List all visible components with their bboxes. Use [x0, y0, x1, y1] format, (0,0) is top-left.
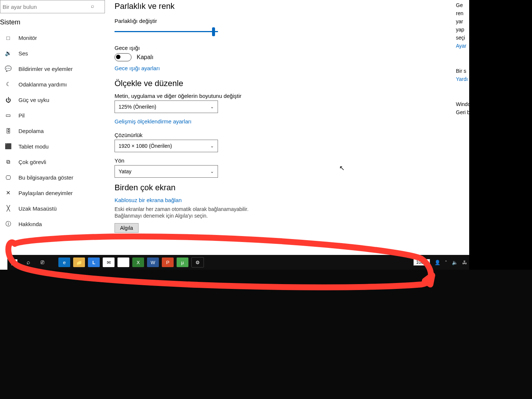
sidebar-item-monitor[interactable]: □Monitör: [0, 30, 102, 45]
sidebar-item-about[interactable]: ⓘHakkında: [0, 216, 102, 232]
folder-icon: 📁: [76, 260, 82, 265]
toggle-knob: [116, 55, 120, 59]
chevron-down-icon: ⌄: [210, 169, 214, 174]
taskbar-app-settings[interactable]: ⚙: [191, 257, 204, 267]
brightness-slider[interactable]: [115, 26, 218, 37]
tray-people-icon[interactable]: 👤: [434, 260, 440, 265]
sidebar-item-label: Paylaşılan deneyimler: [18, 190, 73, 196]
sidebar-item-shared[interactable]: ✕Paylaşılan deneyimler: [0, 185, 102, 201]
start-button[interactable]: [7, 255, 21, 270]
label-scale: Metin, uygulama ve diğer öğelerin boyutu…: [115, 93, 458, 99]
search-icon: ⌕: [27, 259, 30, 266]
settings-window: ⌕ Sistem □Monitör 🔉Ses 💬Bildirimler ve e…: [0, 0, 469, 270]
resolution-combobox[interactable]: 1920 × 1080 (Önerilen) ⌄: [115, 140, 218, 152]
sidebar-item-label: Bu bilgisayarda göster: [18, 174, 73, 181]
slider-thumb[interactable]: [212, 27, 215, 36]
sidebar-item-power[interactable]: ⏻Güç ve uyku: [0, 92, 102, 108]
taskbar-app-utorrent[interactable]: µ: [177, 258, 188, 267]
combo-value: 125% (Önerilen): [119, 104, 156, 110]
help-text: ren: [456, 10, 469, 16]
help-link[interactable]: Yardı: [456, 76, 469, 82]
section-heading-scale: Ölçekle ve düzenle: [115, 79, 458, 88]
label-resolution: Çözünürlük: [115, 132, 458, 138]
taskbar-app-l[interactable]: L: [88, 258, 100, 267]
help-panel: Ge ren yar yap seçi Ayar Bir s Yardı Win…: [456, 0, 469, 255]
sidebar-item-notifications[interactable]: 💬Bildirimler ve eylemler: [0, 61, 102, 76]
taskbar-search[interactable]: ⌕: [21, 255, 35, 270]
help-link[interactable]: Ayar: [456, 43, 469, 49]
taskbar-app-powerpoint[interactable]: P: [162, 258, 174, 267]
notifications-icon: 💬: [4, 65, 12, 72]
sidebar-item-tablet[interactable]: ⬛Tablet modu: [0, 139, 102, 154]
link-nightlight-settings[interactable]: Gece ışığı ayarları: [115, 65, 458, 71]
sidebar-item-battery[interactable]: ▭Pil: [0, 108, 102, 123]
cursor-icon: ↖: [339, 164, 345, 172]
taskbar-app-chrome[interactable]: ◎: [117, 258, 129, 267]
taskbar-app-excel[interactable]: X: [132, 258, 144, 267]
system-tray: 100% 👤 ˄ 🔈 🖧: [411, 259, 469, 266]
combo-value: Yatay: [119, 168, 132, 174]
sidebar-item-label: Tablet modu: [18, 143, 49, 150]
sidebar-item-label: Çok görevli: [18, 159, 46, 165]
nightlight-state: Kapalı: [137, 54, 153, 61]
task-view[interactable]: ⎚: [35, 255, 50, 270]
sidebar-item-label: Monitör: [18, 35, 37, 41]
link-wireless-display[interactable]: Kablosuz bir ekrana bağlan: [115, 197, 458, 203]
project-icon: 🖵: [4, 174, 12, 181]
battery-icon: ▭: [4, 112, 12, 119]
tray-volume-icon[interactable]: 🔈: [452, 260, 458, 265]
combo-value: 1920 × 1080 (Önerilen): [119, 143, 172, 149]
scale-combobox[interactable]: 125% (Önerilen) ⌄: [115, 100, 218, 113]
sidebar-item-remote[interactable]: ╳Uzak Masaüstü: [0, 201, 102, 216]
edge-icon: e: [63, 260, 65, 265]
sidebar-item-label: Hakkında: [18, 221, 42, 227]
svg-rect-3: [15, 263, 17, 265]
svg-rect-0: [11, 259, 14, 262]
sidebar-item-sound[interactable]: 🔉Ses: [0, 45, 102, 61]
nightlight-toggle[interactable]: [115, 53, 132, 61]
hint-text: Bağlanmayı denemek için Algıla'yı seçin.: [115, 213, 458, 219]
label-nightlight: Gece ışığı: [115, 45, 458, 51]
letter-l-icon: L: [92, 260, 95, 265]
storage-icon: 🗄: [4, 128, 12, 134]
sidebar-item-multitask[interactable]: ⧉Çok görevli: [0, 154, 102, 170]
sidebar-item-project[interactable]: 🖵Bu bilgisayarda göster: [0, 170, 102, 185]
sidebar-item-label: Odaklanma yardımı: [18, 81, 67, 88]
sidebar-item-storage[interactable]: 🗄Depolama: [0, 123, 102, 139]
gear-icon: ⚙: [195, 260, 200, 265]
tray-network-icon[interactable]: 🖧: [462, 260, 467, 265]
link-advanced-scaling[interactable]: Gelişmiş ölçeklendirme ayarları: [115, 118, 458, 125]
taskbar-app-mail[interactable]: ✉: [103, 258, 115, 267]
settings-main: Parlaklık ve renk Parlaklığı değiştir Ge…: [115, 0, 458, 255]
sidebar-item-label: Güç ve uyku: [18, 97, 49, 103]
info-icon: ⓘ: [4, 221, 12, 228]
orientation-combobox[interactable]: Yatay ⌄: [115, 165, 218, 178]
chevron-down-icon: ⌄: [210, 143, 214, 149]
detect-button[interactable]: Algıla: [115, 223, 139, 233]
mail-icon: ✉: [107, 260, 111, 265]
tray-zoom: 100%: [413, 259, 430, 266]
help-text: yar: [456, 18, 469, 24]
settings-search[interactable]: ⌕: [0, 0, 98, 13]
taskbar-app-edge[interactable]: e: [58, 258, 70, 267]
svg-rect-2: [11, 263, 14, 265]
taskbar-app-word[interactable]: W: [147, 258, 159, 267]
laptop-bezel: [0, 270, 532, 399]
settings-sidebar: ⌕ Sistem □Monitör 🔉Ses 💬Bildirimler ve e…: [0, 0, 102, 255]
taskbar-app-explorer[interactable]: 📁: [73, 258, 85, 267]
label-orientation: Yön: [115, 157, 458, 164]
search-input[interactable]: [0, 0, 105, 13]
sidebar-item-label: Uzak Masaüstü: [18, 205, 57, 212]
sidebar-item-focus[interactable]: ☾Odaklanma yardımı: [0, 76, 102, 92]
share-icon: ✕: [4, 190, 12, 196]
tray-chevron-up-icon[interactable]: ˄: [445, 260, 447, 265]
help-text: Geri bi: [456, 109, 469, 115]
hint-text: Eski ekranlar her zaman otomatik olarak …: [115, 206, 458, 212]
word-icon: W: [151, 260, 155, 265]
svg-rect-1: [15, 259, 17, 262]
section-heading-brightness: Parlaklık ve renk: [115, 1, 458, 11]
remote-icon: ╳: [4, 205, 12, 212]
section-heading-multi: Birden çok ekran: [115, 183, 458, 192]
sound-icon: 🔉: [4, 50, 12, 57]
monitor-icon: □: [4, 35, 12, 41]
